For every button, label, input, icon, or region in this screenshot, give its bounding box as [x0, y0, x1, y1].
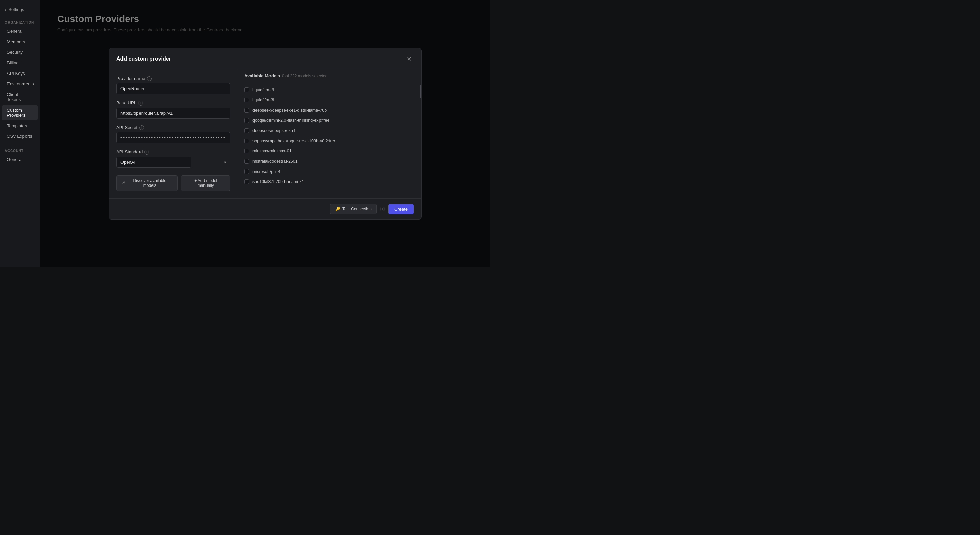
back-label: Settings: [8, 7, 24, 12]
model-checkbox-deepseek-r1-distill[interactable]: [244, 108, 249, 113]
models-list: liquid/lfm-7b liquid/lfm-3b deepseek/dee…: [238, 82, 420, 198]
model-checkbox-google-gemini[interactable]: [244, 118, 249, 123]
model-name: minimax/minimax-01: [253, 149, 292, 153]
api-standard-group: API Standard i OpenAI Anthropic Cohere ▼: [116, 150, 231, 168]
create-button[interactable]: Create: [388, 204, 414, 214]
model-checkbox-liquid-lfm-3b[interactable]: [244, 98, 249, 102]
model-name: deepseek/deepseek-r1: [253, 128, 296, 133]
api-standard-wrapper: OpenAI Anthropic Cohere ▼: [116, 156, 231, 168]
main-content: Custom Providers Configure custom provid…: [40, 0, 490, 268]
model-name: mistralai/codestral-2501: [253, 159, 298, 164]
provider-name-input[interactable]: [116, 83, 231, 94]
provider-name-group: Provider name i: [116, 76, 231, 94]
sidebar-item-custom-providers[interactable]: Custom Providers: [2, 105, 38, 120]
sidebar-item-api-keys[interactable]: API Keys: [2, 68, 38, 78]
sidebar-item-csv-exports[interactable]: CSV Exports: [2, 131, 38, 141]
sidebar-item-members[interactable]: Members: [2, 37, 38, 47]
api-standard-select[interactable]: OpenAI Anthropic Cohere: [116, 156, 191, 168]
model-checkbox-microsoft-phi4[interactable]: [244, 169, 249, 174]
model-checkbox-sophosympatheia[interactable]: [244, 139, 249, 143]
model-item-liquid-lfm-7b[interactable]: liquid/lfm-7b: [238, 85, 420, 95]
models-title: Available Models: [244, 73, 280, 78]
model-name: google/gemini-2.0-flash-thinking-exp:fre…: [253, 118, 330, 123]
api-standard-info-icon[interactable]: i: [144, 150, 149, 154]
model-checkbox-deepseek-r1[interactable]: [244, 128, 249, 133]
scroll-track: [420, 82, 421, 198]
model-item-sao10k[interactable]: sao10k/l3.1-70b-hanami-x1: [238, 177, 420, 187]
org-section-label: Organization: [0, 18, 40, 26]
form-actions: ↺ Discover available models + Add model …: [116, 175, 231, 191]
model-item-mistral-codestral[interactable]: mistralai/codestral-2501: [238, 156, 420, 166]
model-item-minimax-01[interactable]: minimax/minimax-01: [238, 146, 420, 156]
back-button[interactable]: ‹ Settings: [0, 4, 40, 18]
footer-info-icon[interactable]: i: [380, 207, 385, 211]
chevron-down-icon: ▼: [223, 160, 227, 164]
model-name: sao10k/l3.1-70b-hanami-x1: [253, 179, 304, 184]
base-url-input[interactable]: [116, 108, 231, 119]
api-secret-group: API Secret i: [116, 125, 231, 143]
add-provider-modal: Add custom provider ✕ Provider name i: [108, 48, 422, 220]
models-count: 0 of 222 models selected: [282, 73, 327, 78]
api-secret-label: API Secret i: [116, 125, 231, 130]
scroll-thumb[interactable]: [420, 85, 421, 98]
model-item-deepseek-r1[interactable]: deepseek/deepseek-r1: [238, 126, 420, 136]
models-header: Available Models 0 of 222 models selecte…: [238, 68, 421, 82]
base-url-info-icon[interactable]: i: [138, 101, 143, 105]
test-connection-button[interactable]: 🔑 Test Connection: [330, 204, 377, 214]
key-icon: 🔑: [335, 207, 340, 211]
sidebar: ‹ Settings Organization General Members …: [0, 0, 40, 268]
model-item-deepseek-r1-distill[interactable]: deepseek/deepseek-r1-distill-llama-70b: [238, 105, 420, 115]
close-button[interactable]: ✕: [404, 54, 414, 63]
base-url-label: Base URL i: [116, 100, 231, 105]
api-secret-info-icon[interactable]: i: [139, 125, 144, 130]
model-item-sophosympatheia[interactable]: sophosympatheia/rogue-rose-103b-v0.2:fre…: [238, 136, 420, 146]
discover-models-button[interactable]: ↺ Discover available models: [116, 175, 178, 191]
back-arrow-icon: ‹: [5, 7, 6, 12]
sidebar-item-billing[interactable]: Billing: [2, 58, 38, 68]
model-checkbox-liquid-lfm-7b[interactable]: [244, 88, 249, 92]
api-secret-input[interactable]: [116, 132, 231, 143]
model-checkbox-minimax-01[interactable]: [244, 149, 249, 153]
model-name: liquid/lfm-3b: [253, 98, 275, 102]
model-item-microsoft-phi4[interactable]: microsoft/phi-4: [238, 166, 420, 177]
model-name: liquid/lfm-7b: [253, 88, 275, 92]
form-panel: Provider name i Base URL i: [109, 68, 238, 198]
model-checkbox-mistral-codestral[interactable]: [244, 159, 249, 164]
models-panel: Available Models 0 of 222 models selecte…: [238, 68, 421, 198]
refresh-icon: ↺: [121, 181, 125, 185]
base-url-group: Base URL i: [116, 100, 231, 119]
sidebar-item-templates[interactable]: Templates: [2, 121, 38, 131]
sidebar-item-client-tokens[interactable]: Client Tokens: [2, 89, 38, 105]
provider-name-label: Provider name i: [116, 76, 231, 81]
modal-footer: 🔑 Test Connection i Create: [109, 198, 421, 219]
account-section-label: Account: [0, 146, 40, 154]
provider-name-info-icon[interactable]: i: [147, 76, 152, 81]
modal-overlay: Add custom provider ✕ Provider name i: [40, 0, 490, 268]
sidebar-item-account-general[interactable]: General: [2, 154, 38, 164]
model-name: deepseek/deepseek-r1-distill-llama-70b: [253, 108, 327, 113]
modal-body: Provider name i Base URL i: [109, 68, 421, 198]
model-name: microsoft/phi-4: [253, 169, 280, 174]
add-model-manually-button[interactable]: + Add model manually: [181, 175, 231, 191]
model-item-google-gemini[interactable]: google/gemini-2.0-flash-thinking-exp:fre…: [238, 115, 420, 126]
modal-header: Add custom provider ✕: [109, 48, 421, 68]
model-item-liquid-lfm-3b[interactable]: liquid/lfm-3b: [238, 95, 420, 105]
model-name: sophosympatheia/rogue-rose-103b-v0.2:fre…: [253, 139, 337, 143]
sidebar-item-environments[interactable]: Environments: [2, 79, 38, 89]
modal-title: Add custom provider: [116, 56, 171, 62]
model-checkbox-sao10k[interactable]: [244, 179, 249, 184]
sidebar-item-security[interactable]: Security: [2, 47, 38, 57]
sidebar-item-general[interactable]: General: [2, 26, 38, 36]
api-standard-label: API Standard i: [116, 150, 231, 154]
